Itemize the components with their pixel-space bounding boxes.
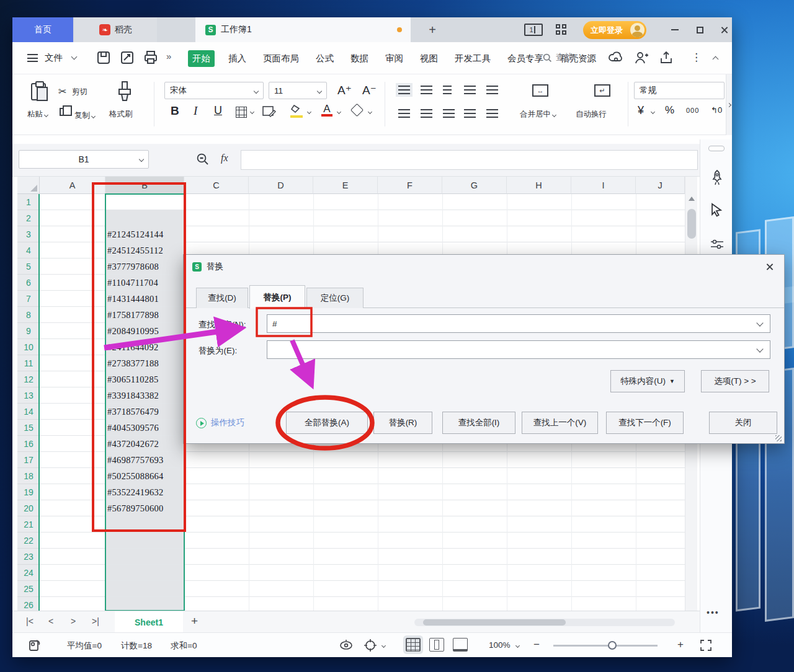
zoom-in-button[interactable]: + bbox=[677, 639, 684, 651]
resize-grip[interactable] bbox=[775, 435, 782, 441]
column-header-G[interactable]: G bbox=[442, 177, 507, 194]
zoom-level[interactable]: 100% bbox=[489, 640, 511, 650]
borders-button[interactable] bbox=[236, 107, 247, 118]
close-dialog-button[interactable]: 关闭 bbox=[709, 412, 777, 434]
ribbon-tab-8[interactable]: 会员专享 bbox=[504, 50, 546, 67]
row-header-11[interactable]: 11 bbox=[17, 355, 40, 371]
dialog-close-button[interactable] bbox=[763, 261, 775, 273]
hamburger-icon[interactable] bbox=[27, 54, 38, 62]
scroll-up-icon[interactable] bbox=[689, 197, 695, 201]
cell-reference-box[interactable]: B1 bbox=[19, 150, 149, 169]
align-center-icon[interactable] bbox=[421, 109, 432, 118]
panel-handle[interactable] bbox=[708, 146, 725, 151]
workspace-grid-icon[interactable] bbox=[556, 24, 567, 35]
selection-mode-icon[interactable] bbox=[364, 639, 377, 652]
panel-more-icon[interactable]: ••• bbox=[707, 608, 720, 617]
paste-icon[interactable] bbox=[31, 83, 46, 100]
ribbon-tab-5[interactable]: 审阅 bbox=[382, 50, 406, 67]
bold-button[interactable]: B bbox=[171, 104, 179, 118]
increase-indent-icon[interactable] bbox=[486, 86, 498, 94]
cell-B3[interactable]: #21245124144 bbox=[107, 226, 164, 242]
replace-with-input[interactable] bbox=[267, 340, 770, 359]
row-header-19[interactable]: 19 bbox=[17, 484, 40, 500]
distributed-icon[interactable] bbox=[486, 109, 498, 118]
column-header-I[interactable]: I bbox=[571, 177, 636, 194]
column-header-E[interactable]: E bbox=[313, 177, 378, 194]
find-next-button[interactable]: 查找下一个(F) bbox=[606, 412, 684, 434]
row-header-21[interactable]: 21 bbox=[17, 516, 40, 533]
zoom-slider-thumb[interactable] bbox=[608, 641, 617, 650]
currency-format-button[interactable]: ¥ bbox=[638, 104, 644, 117]
formula-input[interactable] bbox=[241, 150, 698, 170]
decrease-font-icon[interactable]: A⁻ bbox=[362, 83, 377, 97]
vertical-scroll-thumb[interactable] bbox=[687, 209, 696, 239]
decrease-indent-icon[interactable] bbox=[464, 86, 476, 94]
cloud-sync-icon[interactable] bbox=[608, 50, 624, 65]
align-top-icon[interactable] bbox=[398, 86, 410, 94]
row-header-18[interactable]: 18 bbox=[17, 468, 40, 484]
more-options-icon[interactable]: ⋮ bbox=[691, 51, 702, 64]
row-header-4[interactable]: 4 bbox=[17, 242, 40, 259]
row-header-14[interactable]: 14 bbox=[17, 404, 40, 420]
select-all-corner[interactable] bbox=[17, 177, 40, 194]
next-sheet-button[interactable]: > bbox=[71, 616, 76, 626]
column-header-A[interactable]: A bbox=[40, 177, 105, 194]
ribbon-tab-0[interactable]: 开始 bbox=[188, 50, 215, 67]
row-header-10[interactable]: 10 bbox=[17, 339, 40, 355]
justify-icon[interactable] bbox=[464, 109, 476, 118]
row-header-5[interactable]: 5 bbox=[17, 259, 40, 275]
cell-B13[interactable]: #3391843382 bbox=[107, 387, 159, 404]
font-color-button[interactable]: A bbox=[321, 103, 332, 115]
window-switch-icon[interactable]: 1 bbox=[524, 24, 543, 36]
cell-B18[interactable]: #50255088664 bbox=[107, 468, 164, 484]
draw-border-icon[interactable] bbox=[262, 105, 277, 119]
cell-B4[interactable]: #24512455112 bbox=[107, 242, 163, 259]
paste-button[interactable]: 粘贴 bbox=[27, 109, 48, 120]
zoom-formula-icon[interactable] bbox=[196, 153, 210, 166]
column-header-D[interactable]: D bbox=[249, 177, 313, 194]
find-content-input[interactable] bbox=[267, 314, 770, 333]
ribbon-tab-4[interactable]: 数据 bbox=[347, 50, 372, 67]
eye-protect-icon[interactable] bbox=[339, 639, 354, 652]
eraser-icon[interactable] bbox=[350, 104, 364, 117]
settings-sliders-icon[interactable] bbox=[710, 237, 725, 251]
number-format-select[interactable]: 常规 bbox=[634, 82, 725, 99]
row-header-24[interactable]: 24 bbox=[17, 565, 40, 581]
ribbon-expand-strip[interactable] bbox=[726, 74, 732, 135]
find-previous-button[interactable]: 查找上一个(V) bbox=[522, 412, 598, 434]
increase-font-icon[interactable]: A⁺ bbox=[337, 83, 352, 97]
first-sheet-button[interactable]: |< bbox=[26, 616, 33, 626]
options-button[interactable]: 选项(T) > > bbox=[701, 370, 769, 392]
row-header-3[interactable]: 3 bbox=[17, 226, 40, 242]
cell-B15[interactable]: #4045309576 bbox=[107, 420, 159, 436]
rocket-icon[interactable] bbox=[710, 169, 725, 185]
column-header-B[interactable]: B bbox=[105, 177, 184, 194]
row-header-17[interactable]: 17 bbox=[17, 452, 40, 468]
wrap-text-button[interactable]: 自动换行 bbox=[576, 109, 607, 120]
tab-home[interactable]: 首页 bbox=[12, 17, 73, 42]
row-header-8[interactable]: 8 bbox=[17, 307, 40, 323]
cell-B10[interactable]: #2411644092 bbox=[107, 339, 159, 355]
currency-caret-icon[interactable] bbox=[651, 110, 655, 114]
ribbon-tab-2[interactable]: 页面布局 bbox=[260, 50, 302, 67]
horizontal-scrollbar[interactable] bbox=[414, 619, 675, 626]
align-right-icon[interactable] bbox=[443, 109, 455, 118]
fill-caret-icon[interactable] bbox=[307, 110, 311, 114]
fill-color-button[interactable] bbox=[290, 104, 303, 115]
print-icon[interactable] bbox=[143, 50, 159, 66]
more-tools-button[interactable]: » bbox=[166, 51, 171, 61]
last-sheet-button[interactable]: >| bbox=[92, 616, 99, 626]
cell-B6[interactable]: #1104711704 bbox=[107, 275, 158, 291]
font-name-select[interactable]: 宋体 bbox=[164, 82, 264, 99]
cell-B20[interactable]: #56789750600 bbox=[107, 500, 164, 516]
dialog-tab-1[interactable]: 替换(P) bbox=[249, 285, 305, 309]
fx-icon[interactable]: fx bbox=[221, 153, 228, 164]
collapse-ribbon-icon[interactable] bbox=[713, 56, 719, 63]
cell-B9[interactable]: #2084910995 bbox=[107, 323, 159, 339]
login-button[interactable]: 立即登录 bbox=[583, 21, 646, 39]
ribbon-tab-7[interactable]: 开发工具 bbox=[452, 50, 494, 67]
dialog-tab-0[interactable]: 查找(D) bbox=[196, 288, 248, 308]
cell-B19[interactable]: #53522419632 bbox=[107, 484, 164, 500]
adjust-decimal-button[interactable]: ↰0 bbox=[711, 105, 722, 115]
format-painter-button[interactable]: 格式刷 bbox=[109, 109, 133, 120]
